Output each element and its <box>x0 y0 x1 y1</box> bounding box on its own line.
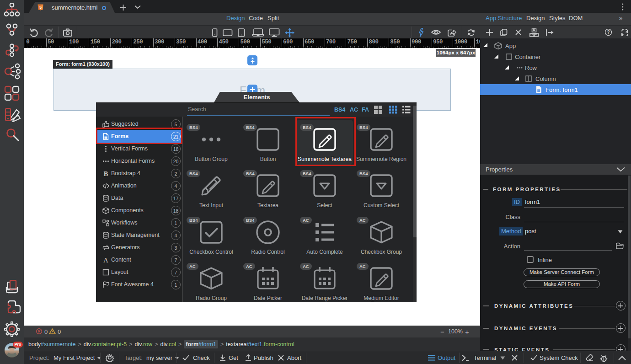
svg-text:B: B <box>103 170 108 177</box>
svg-text:A: A <box>103 257 108 263</box>
svg-text:?: ? <box>607 30 610 35</box>
svg-text:5: 5 <box>39 5 42 10</box>
